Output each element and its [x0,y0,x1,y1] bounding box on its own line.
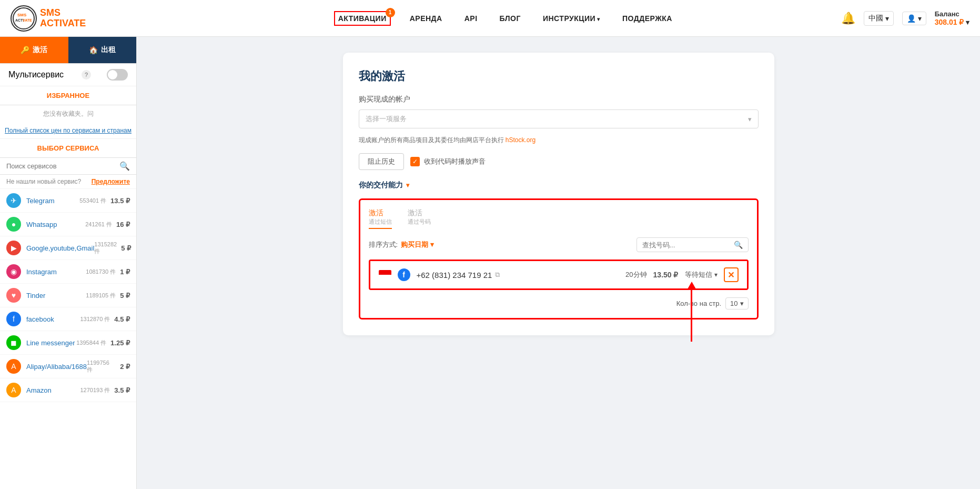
list-item[interactable]: ▶ Google,youtube,Gmail 1315282 件 5 ₽ [0,236,136,260]
copy-icon[interactable]: ⧉ [495,271,500,279]
header-right: 🔔 中國 ▾ 👤 ▾ Баланс 308.01 ₽ ▾ [841,10,969,26]
service-name: Tinder [26,292,86,300]
nav-activations[interactable]: АКТИВАЦИИ 1 [334,11,391,26]
service-name: Whatsapp [26,221,85,228]
sort-button[interactable]: 购买日期 ▾ [401,240,434,250]
nav-instructions[interactable]: ИНСТРУКЦИИ [540,12,603,25]
logo-area: SMS ACTI VATE SMS ACTIVATE [11,5,147,32]
close-button[interactable]: ✕ [724,267,739,282]
header: SMS ACTI VATE SMS ACTIVATE АКТИВАЦИИ 1 А… [0,0,980,37]
sound-label: 收到代码时播放声音 [424,157,486,166]
lang-selector[interactable]: 中國 ▾ [864,11,894,26]
service-name: Line messenger [26,339,76,347]
service-name: Amazon [26,386,80,394]
card-subtitle: 购买现成的帐户 [359,95,759,104]
number-search-input[interactable] [642,241,731,249]
payment-row[interactable]: 你的交付能力 ▾ [359,181,759,190]
service-count: 241261 件 [85,221,112,228]
favorites-title: ИЗБРАННОЕ [0,86,136,105]
sidebar-tabs: 🔑 激活 🏠 出租 [0,37,136,64]
sound-checkbox[interactable]: ✓ [410,157,420,166]
suggest-row: Не нашли новый сервис? Предложите [0,175,136,189]
service-price: 5 ₽ [120,292,130,300]
list-item[interactable]: A Amazon 1270193 件 3.5 ₽ [0,378,136,402]
list-item[interactable]: f facebook 1312870 件 4.5 ₽ [0,307,136,331]
service-price: 5 ₽ [121,244,131,252]
service-icon: f [6,312,21,326]
list-item[interactable]: ♥ Tinder 1189105 件 5 ₽ [0,284,136,307]
bell-icon[interactable]: 🔔 [841,12,855,25]
service-icon: A [6,359,21,374]
service-count: 553401 件 [79,197,106,205]
service-count: 1315282 件 [94,241,117,255]
service-name: Instagram [26,268,86,276]
list-item[interactable]: ◉ Instagram 1081730 件 1 ₽ [0,260,136,284]
main-layout: 🔑 激活 🏠 出租 Мультисервис ? ИЗБРАННОЕ 您没有收藏… [0,37,980,489]
service-icon: ◼ [6,335,21,350]
list-item[interactable]: ● Whatsapp 241261 件 16 ₽ [0,213,136,236]
nav-rent[interactable]: АРЕНДА [407,12,446,25]
service-count: 1081730 件 [86,268,116,276]
action-buttons-row: 阻止历史 ✓ 收到代码时播放声音 [359,153,759,170]
user-menu-button[interactable]: 👤 ▾ [902,12,926,25]
service-icon: A [6,383,21,397]
status-button[interactable]: 等待短信 ▾ [685,270,718,280]
per-page-label: Кол-во на стр. [676,300,721,307]
balance-button[interactable]: Баланс 308.01 ₽ ▾ [935,10,969,26]
service-price: 3.5 ₽ [114,386,130,394]
list-item[interactable]: ◼ Line messenger 1395844 件 1.25 ₽ [0,331,136,355]
tab-sms[interactable]: 激活 通过短信 [369,208,392,229]
table-controls: 排序方式: 购买日期 ▾ 🔍 [369,237,749,252]
service-count: 1199756 件 [87,360,116,374]
service-icon: ✈ [6,193,21,208]
list-item[interactable]: ✈ Telegram 553401 件 13.5 ₽ [0,189,136,213]
service-count: 1312870 件 [80,315,110,323]
list-item[interactable]: A Alipay/Alibaba/1688 1199756 件 2 ₽ [0,355,136,378]
chevron-down-icon6: ▾ [430,241,434,248]
suggest-link[interactable]: Предложите [92,178,130,185]
multiservice-row: Мультисервис ? [0,64,136,86]
nav-support[interactable]: ПОДДЕРЖКА [619,12,675,25]
nav-api[interactable]: API [461,12,481,25]
service-dropdown[interactable]: 选择一项服务 ▾ [359,109,759,128]
logo-text: SMS ACTIVATE [40,8,86,29]
sidebar-tab-activate[interactable]: 🔑 激活 [0,37,68,63]
service-fb-icon: f [398,268,410,281]
chevron-down-icon8: ▾ [740,300,744,307]
nav-blog[interactable]: БЛОГ [497,12,524,25]
service-icon: ● [6,217,21,232]
service-count: 1395844 件 [76,339,106,347]
help-icon[interactable]: ? [82,70,91,79]
country-flag [379,270,391,280]
chevron-down-icon7: ▾ [714,271,718,278]
chevron-down-icon: ▾ [885,14,889,23]
chevron-down-icon3: ▾ [966,18,969,26]
service-name: Google,youtube,Gmail [26,244,94,252]
service-search-row: 🔍 [0,158,136,175]
service-price: 2 ₽ [120,363,130,371]
block-history-button[interactable]: 阻止历史 [359,153,404,170]
service-count: 1270193 件 [80,386,110,394]
full-list-link[interactable]: Полный список цен по сервисам и странам [0,123,136,139]
activation-card: 我的激活 购买现成的帐户 选择一项服务 ▾ 现成账户的所有商品项目及其委任均由网… [343,53,774,335]
service-price: 13.5 ₽ [110,197,130,205]
sort-row: 排序方式: 购买日期 ▾ [369,240,434,250]
balance-amount: 308.01 ₽ [935,18,964,26]
tab-number[interactable]: 激活 通过号码 [408,208,431,229]
sidebar-tab-rent[interactable]: 🏠 出租 [68,37,137,63]
service-search-input[interactable] [6,162,119,170]
arrow-head [688,282,696,289]
table-area: 激活 通过短信 激活 通过号码 排序方式: 购买日期 ▾ [359,198,759,320]
shop-link[interactable]: hStock.org [506,136,536,144]
service-name: Telegram [26,197,79,205]
service-icon: ▶ [6,241,21,255]
service-name: facebook [26,315,80,323]
chevron-down-icon2: ▾ [918,14,922,23]
phone-number: +62 (831) 234 719 21 ⧉ [417,271,620,280]
service-count: 1189105 件 [86,292,116,300]
arrow-line [691,289,692,342]
multiservice-toggle[interactable] [107,69,128,81]
service-price: 4.5 ₽ [114,315,130,323]
per-page-select[interactable]: 10 ▾ [725,297,748,310]
service-icon: ♥ [6,288,21,303]
